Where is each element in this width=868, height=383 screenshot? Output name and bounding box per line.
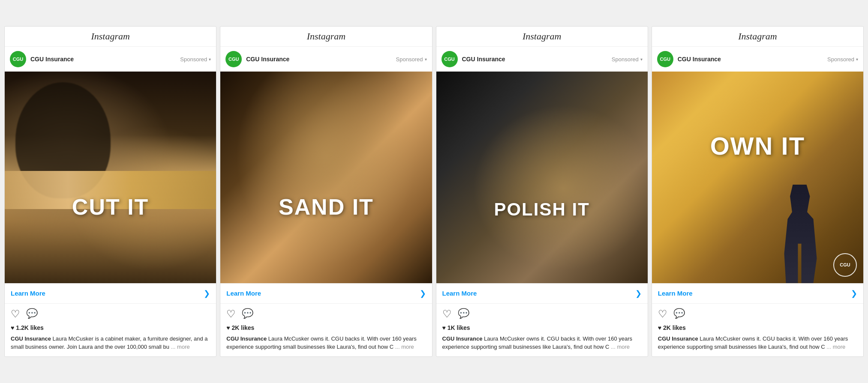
- chevron-down-icon-4[interactable]: ▾: [856, 57, 858, 62]
- chevron-right-icon-4[interactable]: ❯: [851, 289, 857, 298]
- actions-row-3: ♡ 💬: [436, 304, 648, 323]
- account-bar-2: CGU CGU Insurance Sponsored ▾: [220, 47, 432, 72]
- overlay-text-2: SAND IT: [220, 194, 432, 220]
- heart-icon-3[interactable]: ♡: [442, 308, 452, 320]
- learn-more-bar-2[interactable]: Learn More ❯: [220, 283, 432, 304]
- sponsored-label-2: Sponsored: [396, 56, 423, 63]
- sponsored-area-2: Sponsored ▾: [396, 56, 427, 63]
- comment-icon-4[interactable]: 💬: [673, 308, 685, 320]
- polish-it-scene: [436, 72, 648, 283]
- more-link-3[interactable]: ... more: [611, 344, 630, 350]
- card-polish-it: Instagram CGU CGU Insurance Sponsored ▾ …: [436, 26, 648, 356]
- cards-container: Instagram CGU CGU Insurance Sponsored ▾ …: [4, 26, 864, 356]
- caption-row-3: CGU Insurance Laura McCusker owns it. CG…: [436, 334, 648, 356]
- cgu-watermark-4: CGU: [833, 253, 857, 277]
- account-name-3: CGU Insurance: [462, 56, 505, 63]
- account-left-3: CGU CGU Insurance: [442, 51, 505, 67]
- learn-more-text-3[interactable]: Learn More: [442, 290, 477, 297]
- learn-more-text-4[interactable]: Learn More: [658, 290, 693, 297]
- more-link-2[interactable]: ... more: [395, 344, 414, 350]
- platform-title-3: Instagram: [436, 27, 648, 47]
- image-inner-1: [5, 72, 216, 283]
- avatar-3: CGU: [442, 51, 458, 67]
- caption-row-2: CGU Insurance Laura McCusker owns it. CG…: [220, 334, 432, 356]
- image-inner-4: [652, 72, 863, 283]
- likes-row-3: ♥ 1K likes: [436, 323, 648, 334]
- avatar-4: CGU: [657, 51, 673, 67]
- card-image-4: OWN IT CGU: [652, 72, 863, 283]
- chevron-right-icon-3[interactable]: ❯: [635, 289, 642, 298]
- learn-more-text-1[interactable]: Learn More: [11, 290, 45, 297]
- avatar-1: CGU: [10, 51, 26, 67]
- account-name-4: CGU Insurance: [678, 56, 721, 63]
- sponsored-label-4: Sponsored: [827, 56, 854, 63]
- platform-title-1: Instagram: [5, 27, 216, 47]
- heart-icon-4[interactable]: ♡: [658, 308, 667, 320]
- sponsored-label-1: Sponsored: [180, 56, 207, 63]
- avatar-2: CGU: [225, 51, 242, 67]
- likes-row-4: ♥ 2K likes: [652, 323, 863, 334]
- platform-title-2: Instagram: [220, 27, 432, 47]
- learn-more-bar-4[interactable]: Learn More ❯: [652, 283, 863, 304]
- caption-row-1: CGU Insurance Laura McCusker is a cabine…: [5, 334, 216, 356]
- chevron-down-icon-1[interactable]: ▾: [209, 57, 211, 62]
- platform-title-4: Instagram: [652, 27, 863, 47]
- caption-bold-3: CGU Insurance: [442, 335, 483, 342]
- sand-it-scene: [220, 72, 432, 283]
- actions-row-4: ♡ 💬: [652, 304, 863, 323]
- heart-icon-1[interactable]: ♡: [11, 308, 20, 320]
- sponsored-area-1: Sponsored ▾: [180, 56, 211, 63]
- card-image-1: CUT IT: [5, 72, 216, 283]
- actions-row-1: ♡ 💬: [5, 304, 216, 323]
- likes-row-2: ♥ 2K likes: [220, 323, 432, 334]
- more-link-1[interactable]: ... more: [171, 344, 190, 350]
- account-bar-1: CGU CGU Insurance Sponsored ▾: [5, 47, 216, 72]
- sponsored-area-3: Sponsored ▾: [612, 56, 643, 63]
- card-own-it: Instagram CGU CGU Insurance Sponsored ▾: [652, 26, 864, 356]
- comment-icon-2[interactable]: 💬: [242, 308, 253, 320]
- comment-icon-1[interactable]: 💬: [26, 308, 38, 320]
- more-link-4[interactable]: ... more: [826, 344, 845, 350]
- comment-icon-3[interactable]: 💬: [458, 308, 469, 320]
- card-image-2: SAND IT: [220, 72, 432, 283]
- account-left-2: CGU CGU Insurance: [225, 51, 289, 67]
- overlay-text-1: CUT IT: [5, 194, 216, 220]
- account-name-2: CGU Insurance: [246, 56, 289, 63]
- overlay-text-4: OWN IT: [652, 132, 863, 160]
- chevron-right-icon-1[interactable]: ❯: [204, 289, 210, 298]
- card-cut-it: Instagram CGU CGU Insurance Sponsored ▾ …: [4, 26, 216, 356]
- sponsored-label-3: Sponsored: [612, 56, 639, 63]
- account-name-1: CGU Insurance: [30, 56, 74, 63]
- chevron-down-icon-3[interactable]: ▾: [640, 57, 643, 62]
- heart-icon-2[interactable]: ♡: [226, 308, 236, 320]
- card-image-3: POLISH IT: [436, 72, 648, 283]
- caption-bold-4: CGU Insurance: [658, 335, 698, 342]
- cgu-text: CGU: [840, 262, 850, 267]
- image-inner-3: [436, 72, 648, 283]
- learn-more-bar-1[interactable]: Learn More ❯: [5, 283, 216, 304]
- caption-row-4: CGU Insurance Laura McCusker owns it. CG…: [652, 334, 863, 356]
- bg-overlay-4: [652, 72, 863, 283]
- card-sand-it: Instagram CGU CGU Insurance Sponsored ▾ …: [220, 26, 432, 356]
- actions-row-2: ♡ 💬: [220, 304, 432, 323]
- account-bar-3: CGU CGU Insurance Sponsored ▾: [436, 47, 648, 72]
- chevron-right-icon-2[interactable]: ❯: [420, 289, 426, 298]
- sponsored-area-4: Sponsored ▾: [827, 56, 858, 63]
- account-left-4: CGU CGU Insurance: [657, 51, 721, 67]
- caption-bold-2: CGU Insurance: [226, 335, 267, 342]
- image-inner-2: [220, 72, 432, 283]
- account-left-1: CGU CGU Insurance: [10, 51, 74, 67]
- learn-more-bar-3[interactable]: Learn More ❯: [436, 283, 648, 304]
- caption-bold-1: CGU Insurance: [11, 335, 51, 342]
- overlay-text-3: POLISH IT: [436, 199, 648, 220]
- likes-row-1: ♥ 1.2K likes: [5, 323, 216, 334]
- learn-more-text-2[interactable]: Learn More: [226, 290, 261, 297]
- account-bar-4: CGU CGU Insurance Sponsored ▾: [652, 47, 863, 72]
- chevron-down-icon-2[interactable]: ▾: [425, 57, 427, 62]
